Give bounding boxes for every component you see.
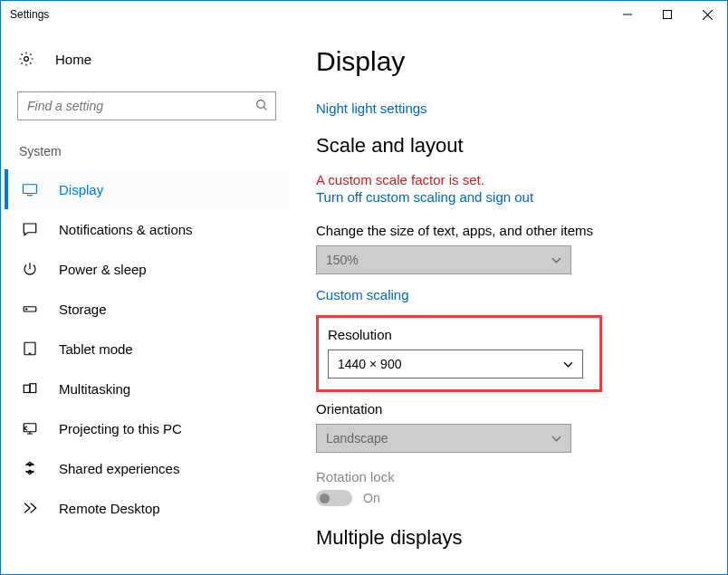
turn-off-scaling-link[interactable]: Turn off custom scaling and sign out: [316, 189, 533, 205]
sidebar-item-label: Display: [59, 182, 103, 197]
close-button[interactable]: [687, 1, 727, 28]
display-icon: [21, 180, 39, 198]
sidebar-item-storage[interactable]: Storage: [5, 289, 289, 329]
minimize-button[interactable]: [608, 1, 647, 28]
rotation-lock-label: Rotation lock: [316, 469, 702, 484]
toggle-knob: [320, 494, 330, 503]
sidebar-item-label: Shared experiences: [59, 461, 179, 476]
custom-scale-warning: A custom scale factor is set.: [316, 172, 702, 187]
content-area: Home System Display Notifications &: [1, 28, 727, 574]
orientation-value: Landscape: [326, 431, 388, 446]
scale-value: 150%: [326, 253, 359, 267]
projecting-icon: [21, 419, 39, 437]
multitasking-icon: [21, 379, 39, 398]
maximize-button[interactable]: [647, 1, 687, 28]
sidebar-item-label: Storage: [59, 302, 107, 317]
rotation-lock-toggle-row: On: [316, 490, 702, 506]
search-container: [17, 91, 276, 120]
svg-rect-0: [664, 11, 672, 19]
sidebar-item-tablet-mode[interactable]: Tablet mode: [5, 329, 289, 369]
svg-rect-7: [24, 385, 30, 392]
settings-window: Settings Home: [0, 0, 728, 575]
rotation-lock-state: On: [363, 491, 380, 505]
sidebar-item-power-sleep[interactable]: Power & sleep: [5, 249, 289, 289]
custom-scaling-link[interactable]: Custom scaling: [316, 287, 409, 302]
sidebar-group-title: System: [5, 140, 289, 169]
chevron-down-icon: [551, 255, 561, 265]
orientation-dropdown[interactable]: Landscape: [316, 424, 571, 453]
sidebar-item-display[interactable]: Display: [5, 169, 289, 209]
sidebar-item-label: Tablet mode: [59, 341, 133, 357]
orientation-label: Orientation: [316, 401, 702, 417]
sidebar-item-label: Notifications & actions: [59, 222, 193, 237]
resolution-highlight: Resolution 1440 × 900: [316, 315, 602, 392]
resolution-value: 1440 × 900: [338, 357, 401, 371]
resolution-dropdown[interactable]: 1440 × 900: [328, 350, 583, 379]
search-icon: [254, 98, 269, 112]
power-icon: [21, 260, 39, 278]
share-icon: [21, 459, 39, 477]
main-panel: Display Night light settings Scale and l…: [291, 28, 727, 574]
night-light-link[interactable]: Night light settings: [316, 101, 427, 116]
svg-point-1: [24, 57, 29, 62]
svg-point-5: [26, 309, 27, 310]
change-size-label: Change the size of text, apps, and other…: [316, 223, 702, 238]
page-title: Display: [316, 46, 702, 77]
sidebar-item-label: Projecting to this PC: [59, 421, 182, 436]
titlebar: Settings: [1, 1, 727, 28]
rotation-lock-toggle[interactable]: [316, 490, 352, 506]
gear-icon: [17, 50, 35, 68]
remote-desktop-icon: [21, 499, 39, 517]
sidebar-item-multitasking[interactable]: Multitasking: [5, 369, 289, 408]
chat-icon: [21, 220, 39, 238]
home-link[interactable]: Home: [5, 41, 289, 77]
sidebar-item-notifications[interactable]: Notifications & actions: [5, 209, 289, 249]
chevron-down-icon: [563, 359, 573, 369]
scale-layout-heading: Scale and layout: [316, 134, 702, 158]
storage-icon: [21, 300, 39, 318]
sidebar-item-remote-desktop[interactable]: Remote Desktop: [5, 488, 289, 528]
sidebar-item-label: Power & sleep: [59, 262, 147, 277]
resolution-label: Resolution: [328, 327, 590, 342]
sidebar-item-projecting[interactable]: Projecting to this PC: [5, 408, 289, 448]
window-controls: [608, 1, 727, 28]
multiple-displays-heading: Multiple displays: [316, 526, 702, 550]
search-input[interactable]: [17, 91, 276, 120]
svg-rect-3: [24, 185, 37, 194]
tablet-icon: [21, 340, 39, 358]
sidebar-item-label: Remote Desktop: [59, 501, 160, 516]
svg-rect-8: [30, 384, 36, 393]
sidebar: Home System Display Notifications &: [1, 28, 291, 574]
window-title: Settings: [10, 8, 49, 21]
sidebar-item-label: Multitasking: [59, 381, 130, 397]
chevron-down-icon: [551, 434, 561, 444]
home-label: Home: [55, 52, 91, 67]
svg-point-2: [257, 101, 265, 109]
scale-dropdown[interactable]: 150%: [316, 245, 571, 274]
sidebar-item-shared-experiences[interactable]: Shared experiences: [5, 448, 289, 488]
